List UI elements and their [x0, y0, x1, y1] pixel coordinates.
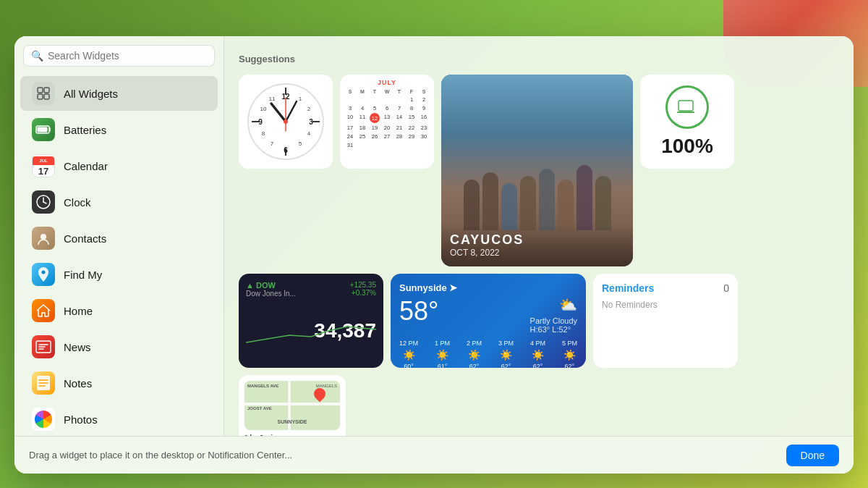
weather-temp-row: 58° ⛅ Partly Cloudy H:63° L:52° — [399, 296, 577, 334]
sidebar-item-batteries[interactable]: Batteries — [20, 112, 218, 147]
sidebar-item-find-my[interactable]: Find My — [20, 257, 218, 292]
bottom-hint-text: Drag a widget to place it on the desktop… — [29, 450, 292, 460]
battery-percentage-widget[interactable]: 100% — [640, 75, 734, 169]
weather-hour-2: 2 PM ☀️ 62° — [467, 340, 482, 368]
bottom-bar: Drag a widget to place it on the desktop… — [14, 436, 854, 474]
svg-point-9 — [41, 234, 46, 240]
cal-day-9: 9 — [418, 104, 430, 112]
sidebar-item-label-batteries: Batteries — [64, 124, 106, 136]
weather-location: Sunnyside ➤ — [399, 282, 577, 293]
cal-header-tue: T — [369, 88, 380, 95]
cal-day-empty-4 — [381, 96, 393, 104]
map-pin — [312, 386, 328, 403]
svg-text:6: 6 — [284, 146, 288, 154]
svg-rect-2 — [38, 94, 43, 99]
sidebar: 🔍 All Widgets — [14, 36, 224, 436]
sidebar-item-label-calendar: Calendar — [64, 160, 108, 172]
stocks-ticker: ▲ DOW — [246, 281, 296, 290]
cal-header-sun: S — [344, 88, 356, 95]
svg-text:3: 3 — [309, 118, 313, 126]
sidebar-item-contacts[interactable]: Contacts — [20, 221, 218, 256]
weather-hour-1: 1 PM ☀️ 61° — [435, 340, 450, 368]
home-icon — [32, 299, 55, 322]
reminders-widget[interactable]: Reminders 0 No Reminders — [593, 274, 738, 368]
cal-day-22: 22 — [406, 124, 417, 132]
sidebar-item-label-photos: Photos — [64, 413, 98, 426]
cal-day-11: 11 — [357, 113, 368, 123]
cal-day-13: 13 — [381, 113, 393, 123]
weather-hour-3: 3 PM ☀️ 62° — [498, 340, 514, 368]
cal-day-24: 24 — [344, 132, 356, 140]
sidebar-item-photos[interactable]: Photos — [20, 402, 218, 436]
laptop-icon — [677, 99, 697, 115]
cal-day-17: 17 — [344, 124, 356, 132]
photo-date: OCT 8, 2022 — [450, 248, 624, 258]
cal-day-2: 2 — [418, 96, 430, 104]
stocks-ticker-group: ▲ DOW Dow Jones In... — [246, 281, 296, 298]
right-panel: Suggestions 12 3 6 — [224, 36, 854, 436]
cal-day-3: 3 — [344, 104, 356, 112]
search-bar[interactable]: 🔍 — [23, 45, 215, 67]
clock-widget[interactable]: 12 3 6 9 1 2 4 5 7 8 10 11 — [239, 75, 333, 169]
photo-widget[interactable]: CAYUCOS OCT 8, 2022 — [441, 75, 633, 266]
cal-day-6: 6 — [381, 104, 393, 112]
widget-picker-modal: 🔍 All Widgets — [14, 36, 854, 474]
sidebar-item-clock[interactable]: Clock — [20, 185, 218, 219]
weather-widget[interactable]: Sunnyside ➤ 58° ⛅ Partly Cloudy H:63° L:… — [391, 274, 586, 368]
svg-text:4: 4 — [307, 130, 311, 137]
notes-icon — [32, 371, 55, 395]
cal-day-10: 10 — [344, 113, 356, 123]
photo-overlay: CAYUCOS OCT 8, 2022 — [441, 224, 633, 266]
map-label-mangels: MANGELS AVE — [247, 384, 278, 388]
sidebar-item-home[interactable]: Home — [20, 293, 218, 328]
sidebar-item-label-notes: Notes — [64, 377, 92, 390]
svg-point-36 — [284, 119, 288, 124]
map-label-sunnyside: SUNNYSIDE — [247, 419, 337, 424]
cal-header-fri: F — [406, 88, 417, 95]
weather-condition-group: ⛅ Partly Cloudy H:63° L:52° — [530, 296, 577, 334]
calendar-widget[interactable]: JULY S M T W T F S — [340, 75, 434, 169]
battery-percentage-text: 100% — [661, 135, 713, 158]
done-button[interactable]: Done — [786, 445, 839, 466]
svg-text:10: 10 — [260, 106, 267, 112]
stocks-widget[interactable]: ▲ DOW Dow Jones In... +125.35 +0.37% 34,… — [239, 274, 383, 368]
sidebar-item-label-news: News — [64, 341, 91, 353]
sidebar-item-all-widgets[interactable]: All Widgets — [20, 76, 218, 111]
stocks-header: ▲ DOW Dow Jones In... +125.35 +0.37% — [246, 281, 376, 298]
cal-day-8: 8 — [406, 104, 417, 112]
svg-point-10 — [42, 271, 46, 274]
all-widgets-icon — [32, 82, 55, 105]
svg-text:5: 5 — [299, 140, 302, 147]
weather-temp: 58° — [399, 296, 438, 327]
cal-day-empty-3 — [369, 96, 380, 104]
cal-day-14: 14 — [393, 113, 405, 123]
sun-icon-2: ☀️ — [468, 349, 480, 361]
cal-day-12-today: 12 — [370, 113, 380, 123]
maps-widget[interactable]: MANGELS AVE MANGELS JOOST AVE SUNNYSIDE … — [239, 375, 346, 436]
cal-day-15: 15 — [406, 113, 417, 123]
sidebar-item-label-home: Home — [64, 305, 93, 317]
sidebar-item-label-all-widgets: All Widgets — [64, 88, 118, 100]
find-my-icon — [32, 263, 55, 286]
sidebar-item-label-contacts: Contacts — [64, 232, 106, 245]
sidebar-item-notes[interactable]: Notes — [20, 366, 218, 400]
batteries-icon — [32, 118, 55, 141]
sidebar-item-label-find-my: Find My — [64, 269, 102, 281]
cal-day-30: 30 — [418, 132, 430, 140]
search-input[interactable] — [48, 50, 207, 62]
map-view: MANGELS AVE MANGELS JOOST AVE SUNNYSIDE — [244, 381, 340, 430]
svg-text:8: 8 — [262, 130, 265, 137]
svg-text:11: 11 — [269, 96, 276, 102]
reminders-title: Reminders — [602, 282, 654, 294]
suggestions-grid: 12 3 6 9 1 2 4 5 7 8 10 11 — [239, 75, 839, 436]
sidebar-item-news[interactable]: News — [20, 329, 218, 364]
stocks-change-group: +125.35 +0.37% — [350, 281, 376, 297]
svg-rect-0 — [38, 88, 43, 93]
clock-face-svg: 12 3 6 9 1 2 4 5 7 8 10 11 — [246, 82, 326, 161]
cal-day-26: 26 — [369, 132, 380, 140]
sidebar-item-calendar[interactable]: JUL 17 Calendar — [20, 148, 218, 183]
cal-day-7: 7 — [393, 104, 405, 112]
reminders-header: Reminders 0 — [602, 282, 729, 294]
cal-header-wed: W — [381, 88, 393, 95]
search-icon: 🔍 — [31, 50, 43, 62]
